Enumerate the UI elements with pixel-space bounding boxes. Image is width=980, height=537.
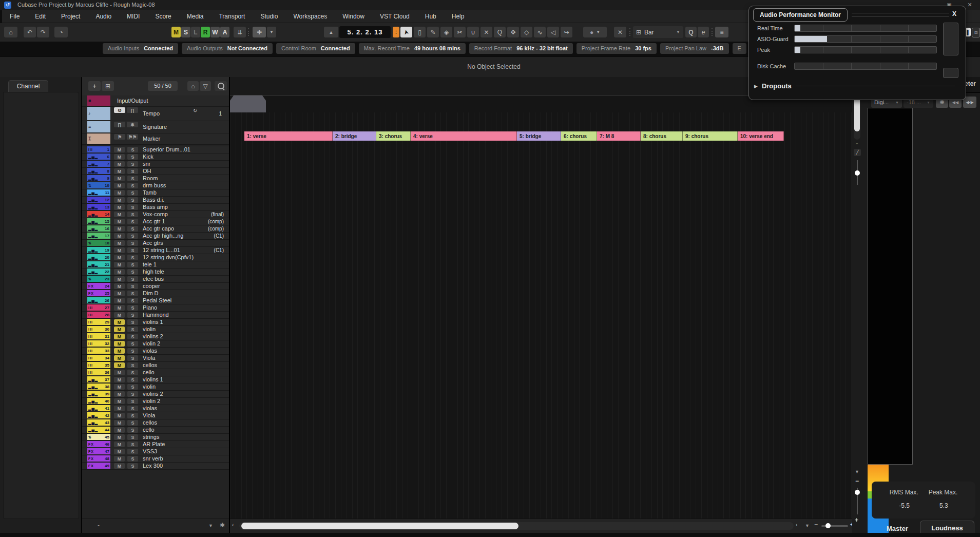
solo-button[interactable]: S (127, 427, 138, 433)
menu-midi[interactable]: MIDI (119, 10, 147, 23)
line-tool-button[interactable]: ∿ (534, 27, 546, 37)
track-row[interactable]: ⇅45MSstrings (82, 434, 229, 441)
solo-button[interactable]: S (127, 226, 138, 232)
track-row[interactable]: III30MSviolin (82, 326, 229, 333)
menu-score[interactable]: Score (147, 10, 179, 23)
solo-button[interactable]: S (127, 456, 138, 462)
comp-tool-button[interactable]: ◇ (521, 27, 532, 37)
menu-studio[interactable]: Studio (253, 10, 285, 23)
track-row[interactable]: ▂▅▂41MSviolas (82, 405, 229, 412)
wave-zoom-dropdown[interactable]: ▼ (855, 469, 859, 474)
solo-button[interactable]: S (127, 147, 138, 152)
cycle-marker[interactable]: 3: chorus (376, 131, 411, 141)
track-row[interactable]: ▂▅▂14MSVox-comp(final) (82, 211, 229, 218)
solo-button[interactable]: S (127, 391, 138, 397)
menu-workspaces[interactable]: Workspaces (285, 10, 335, 23)
perf-title-tab[interactable]: Audio Performance Monitor (753, 8, 848, 22)
mute-button[interactable]: M (114, 456, 125, 462)
automation-s-button[interactable]: S (181, 27, 190, 37)
mute-button[interactable]: M (114, 305, 125, 311)
status-chip-e[interactable]: E (733, 43, 746, 54)
track-row[interactable]: FX25MSDim D (82, 290, 229, 297)
menu-media[interactable]: Media (179, 10, 212, 23)
wave-zoom-handle[interactable] (855, 490, 860, 495)
mute-button[interactable]: M (114, 334, 125, 339)
setup-window-layout-button[interactable]: ⊡ (972, 28, 980, 37)
mute-button[interactable]: M (114, 204, 125, 210)
track-row[interactable]: ▂▅▂38MSviolin (82, 383, 229, 391)
automation-a-button[interactable]: A (220, 27, 229, 37)
menu-audio[interactable]: Audio (88, 10, 119, 23)
select-tool-button[interactable]: ➤ (400, 27, 412, 37)
mute-button[interactable]: M (114, 362, 125, 368)
track-row[interactable]: ▂▅▂13MSBass amp (82, 204, 229, 211)
range-tool-button[interactable]: ▯ (414, 27, 426, 37)
solo-button[interactable]: S (127, 362, 138, 368)
combine-dropdown[interactable]: ▼ (267, 27, 276, 37)
track-row[interactable]: ▂▅▂20MS12 string dvn(Cpfv1) (82, 254, 229, 261)
keyboard-focus-button[interactable]: ▲ (324, 27, 338, 37)
track-row[interactable]: ▂▅▂44MScello (82, 427, 229, 434)
track-row[interactable]: III1MSSuperior Drum...01 (82, 146, 229, 154)
mute-button[interactable]: M (114, 168, 125, 174)
solo-button[interactable]: S (127, 355, 138, 361)
track-row[interactable]: III33MSviolas (82, 348, 229, 355)
mute-button[interactable]: M (114, 183, 125, 188)
solo-button[interactable]: S (127, 370, 138, 375)
status-chip-audio-outputs[interactable]: Audio OutputsNot Connected (182, 43, 273, 54)
menu-transport[interactable]: Transport (211, 10, 253, 23)
h-zoom-out[interactable]: − (814, 521, 818, 528)
track-row[interactable]: III32MSviolin 2 (82, 340, 229, 348)
track-row[interactable]: ⇅18MSAcc gtrs (82, 240, 229, 247)
cycle-marker[interactable]: 10: verse end (738, 131, 784, 141)
menu-edit[interactable]: Edit (27, 10, 53, 23)
track-row[interactable]: ▂▅▂21MStele 1 (82, 261, 229, 268)
track-row[interactable]: ▂▅▂39MSviolins 2 (82, 391, 229, 398)
step-input-button[interactable]: ∶ (393, 27, 399, 37)
mute-button[interactable]: M (114, 233, 125, 239)
mute-button[interactable]: M (114, 427, 125, 433)
h-scrollbar-track[interactable] (239, 522, 794, 530)
status-chip-project-pan-law[interactable]: Project Pan Law-3dB (660, 43, 729, 54)
wave-zoom-plus[interactable]: + (855, 516, 858, 524)
track-row[interactable]: III28MSHammond (82, 312, 229, 319)
track-row[interactable]: ▂▅▂42MSViola (82, 412, 229, 419)
mute-button[interactable]: M (114, 384, 125, 390)
track-row[interactable]: ▂▅▂19MS12 string L...01(C1) (82, 247, 229, 254)
track-row[interactable]: ⇅10MSdrm buss (82, 182, 229, 189)
draw-tool-button[interactable]: ✎ (427, 27, 439, 37)
hand-tool-button[interactable]: ✥ (507, 27, 519, 37)
cycle-marker[interactable]: 6: chorus (561, 131, 597, 141)
track-row[interactable]: ▂▅▂7MSsnr (82, 161, 229, 168)
scroll-left-arrow[interactable]: ‹ (232, 522, 234, 528)
solo-button[interactable]: S (127, 247, 138, 253)
solo-button[interactable]: S (127, 319, 138, 325)
mute-button[interactable]: M (114, 348, 125, 354)
mute-button[interactable]: M (114, 391, 125, 397)
split-tool-button[interactable]: ✂ (454, 27, 466, 37)
track-row[interactable]: ▂▅▂40MSviolin 2 (82, 398, 229, 405)
mute-button[interactable]: M (114, 319, 125, 325)
track-row[interactable]: ▂▅▂9MSRoom (82, 175, 229, 182)
mute-button[interactable]: M (114, 370, 125, 375)
mute-button[interactable]: M (114, 341, 125, 347)
track-row[interactable]: FX46MSAR Plate (82, 441, 229, 448)
mute-button[interactable]: M (114, 147, 125, 152)
track-row[interactable]: FX24MScooper (82, 283, 229, 290)
cycle-marker[interactable]: 8: chorus (641, 131, 683, 141)
mute-button[interactable]: M (114, 190, 125, 196)
solo-button[interactable]: S (127, 262, 138, 267)
track-row[interactable]: III34MSViola (82, 355, 229, 362)
menu-hub[interactable]: Hub (417, 10, 444, 23)
solo-button[interactable]: S (127, 442, 138, 447)
perf-dropouts-row[interactable]: ▶ Dropouts (754, 82, 959, 90)
mute-button[interactable]: M (114, 161, 125, 167)
solo-button[interactable]: S (127, 291, 138, 296)
solo-button[interactable]: S (127, 183, 138, 188)
track-row[interactable]: III27MSPiano (82, 304, 229, 312)
solo-button[interactable]: S (127, 348, 138, 354)
status-chip-record-format[interactable]: Record Format96 kHz - 32 bit float (469, 43, 573, 54)
mute-button[interactable]: M (114, 276, 125, 282)
status-chip-audio-inputs[interactable]: Audio InputsConnected (103, 43, 178, 54)
solo-button[interactable]: S (127, 255, 138, 260)
